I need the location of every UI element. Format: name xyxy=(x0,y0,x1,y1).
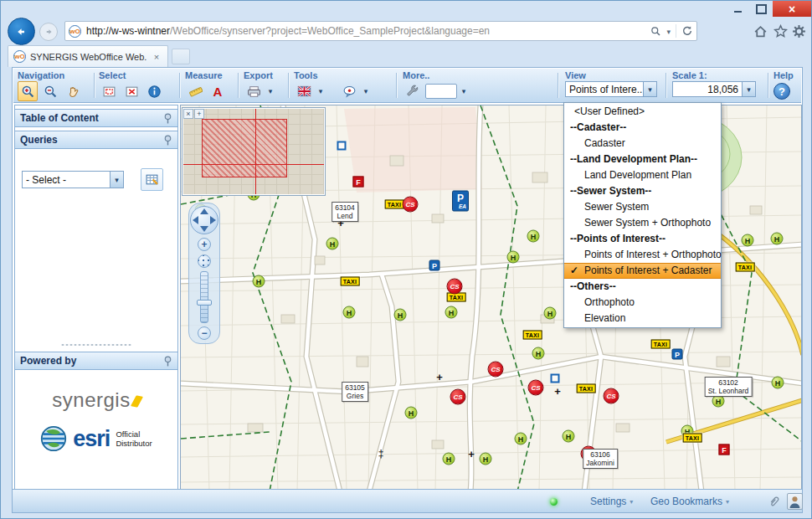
hydrant-marker[interactable]: H xyxy=(532,347,545,360)
view-menu-item[interactable]: --Others-- xyxy=(564,279,721,295)
select-rectangle-tool[interactable] xyxy=(99,81,119,101)
pan-up-icon[interactable] xyxy=(200,208,208,214)
view-menu-item[interactable]: --Points of Interest-- xyxy=(564,231,721,247)
query-select[interactable]: - Select - xyxy=(22,171,124,188)
hydrant-marker[interactable]: H xyxy=(563,430,575,443)
settings-menu[interactable]: Settings xyxy=(590,496,633,507)
view-menu-item[interactable]: --Land Development Plan-- xyxy=(564,152,721,167)
view-combobox-arrow-icon[interactable] xyxy=(643,82,656,96)
tab-close-icon[interactable] xyxy=(151,51,162,63)
print-tool[interactable] xyxy=(244,81,264,101)
settings-gear-icon[interactable] xyxy=(791,23,806,39)
hydrant-marker[interactable]: H xyxy=(253,275,265,288)
scale-combobox[interactable]: 18,056 xyxy=(672,81,756,97)
view-menu-item[interactable]: Elevation xyxy=(564,311,721,326)
zoom-slider-handle[interactable] xyxy=(197,300,212,306)
pin-icon[interactable] xyxy=(163,135,172,146)
poi-f-marker[interactable]: F xyxy=(353,177,364,188)
view-menu-item[interactable]: Points of Interest + Orthophoto xyxy=(564,247,721,263)
toc-panel-header[interactable]: Table of Content xyxy=(15,109,177,127)
hydrant-marker[interactable]: H xyxy=(443,453,455,465)
cs-poi-marker[interactable]: CS xyxy=(403,197,419,213)
survey-point-marker[interactable]: + xyxy=(436,371,443,383)
taxi-marker[interactable]: TAXI xyxy=(683,434,702,443)
geo-bookmarks-menu[interactable]: Geo Bookmarks xyxy=(650,496,729,507)
more-dropdown-icon[interactable] xyxy=(460,82,468,100)
hydrant-marker[interactable]: H xyxy=(326,238,339,250)
maptip-dropdown-icon[interactable] xyxy=(362,82,370,100)
powered-by-header[interactable]: Powered by xyxy=(15,352,177,370)
pan-left-icon[interactable] xyxy=(193,216,198,224)
forward-button[interactable] xyxy=(39,23,58,41)
parking-marker[interactable]: P xyxy=(672,349,683,360)
cs-poi-marker[interactable]: CS xyxy=(488,362,504,378)
panel-resize-handle[interactable] xyxy=(61,341,131,349)
hydrant-marker[interactable]: H xyxy=(507,251,520,264)
hydrant-marker[interactable]: H xyxy=(742,234,754,247)
parking-garage-marker[interactable]: PEA xyxy=(452,191,469,212)
query-select-arrow-icon[interactable] xyxy=(110,172,123,188)
zoom-out-tool[interactable] xyxy=(40,81,60,101)
pin-icon[interactable] xyxy=(163,356,172,367)
cs-poi-marker[interactable]: CS xyxy=(450,389,466,405)
add-text-tool[interactable]: A xyxy=(208,81,228,101)
pan-tool[interactable] xyxy=(63,81,83,101)
pin-icon[interactable] xyxy=(163,113,172,124)
pan-right-icon[interactable] xyxy=(210,216,216,224)
export-dropdown-icon[interactable] xyxy=(266,82,275,100)
overview-close-icon[interactable] xyxy=(183,109,193,119)
user-avatar[interactable] xyxy=(787,493,803,510)
address-bar[interactable]: wO http://w-ws-wintner/WebOffice/synserv… xyxy=(64,21,697,41)
taxi-marker[interactable]: TAXI xyxy=(341,277,360,286)
favorites-star-icon[interactable] xyxy=(773,23,788,39)
view-menu-item[interactable]: Sewer System xyxy=(564,199,721,215)
scale-combobox-arrow-icon[interactable] xyxy=(742,82,755,96)
cs-poi-marker[interactable]: CS xyxy=(528,380,544,396)
new-tab-button[interactable] xyxy=(172,49,190,64)
poi-square-marker[interactable] xyxy=(337,141,347,151)
language-dropdown-icon[interactable] xyxy=(316,82,325,100)
maximize-button[interactable] xyxy=(749,1,773,17)
cs-poi-marker[interactable]: CS xyxy=(604,388,619,404)
hydrant-marker[interactable]: H xyxy=(480,453,492,465)
browser-tab[interactable]: wO SYNERGIS WebOffice Web... xyxy=(8,45,168,67)
query-table-button[interactable] xyxy=(141,168,163,191)
hydrant-marker[interactable]: H xyxy=(544,307,557,320)
poi-square-marker[interactable] xyxy=(551,374,560,383)
help-button[interactable] xyxy=(773,83,790,100)
view-menu-item[interactable]: --Sewer System-- xyxy=(564,183,721,199)
clear-selection-tool[interactable] xyxy=(121,81,141,101)
hydrant-marker[interactable]: H xyxy=(772,377,784,389)
view-menu-item-selected[interactable]: Points of Interest + Cadaster xyxy=(564,263,721,279)
maptip-tool[interactable] xyxy=(339,81,359,101)
home-icon[interactable] xyxy=(753,23,768,39)
overview-map[interactable] xyxy=(182,107,326,196)
zoom-in-tool[interactable] xyxy=(18,81,38,101)
church-marker[interactable]: ‡ xyxy=(378,448,384,460)
hydrant-marker[interactable]: H xyxy=(515,433,527,445)
taxi-marker[interactable]: TAXI xyxy=(736,263,755,272)
pan-dpad[interactable] xyxy=(190,206,218,234)
cs-poi-marker[interactable]: CS xyxy=(447,279,463,295)
view-menu-item[interactable]: Land Development Plan xyxy=(564,167,721,183)
hydrant-marker[interactable]: H xyxy=(343,306,356,319)
search-icon[interactable] xyxy=(650,26,661,37)
taxi-marker[interactable]: TAXI xyxy=(577,384,596,393)
view-menu-item[interactable]: --Cadaster-- xyxy=(564,120,721,136)
survey-point-marker[interactable]: + xyxy=(554,385,561,398)
overview-extent-box[interactable] xyxy=(202,119,287,177)
view-menu-item[interactable]: Cadaster xyxy=(564,136,721,152)
taxi-marker[interactable]: TAXI xyxy=(385,200,404,209)
search-dropdown-icon[interactable] xyxy=(666,25,671,37)
more-tools-button[interactable] xyxy=(403,81,423,101)
back-button[interactable] xyxy=(8,18,35,45)
zoom-out-button[interactable] xyxy=(198,326,211,340)
zoom-slider[interactable] xyxy=(200,271,208,323)
minimize-button[interactable] xyxy=(726,1,749,17)
identify-tool[interactable] xyxy=(144,81,164,101)
paperclip-icon[interactable] xyxy=(768,495,780,511)
survey-point-marker[interactable]: + xyxy=(468,448,475,460)
view-menu-item[interactable]: Orthophoto xyxy=(564,295,721,311)
refresh-icon[interactable] xyxy=(681,25,693,37)
taxi-marker[interactable]: TAXI xyxy=(523,331,542,340)
